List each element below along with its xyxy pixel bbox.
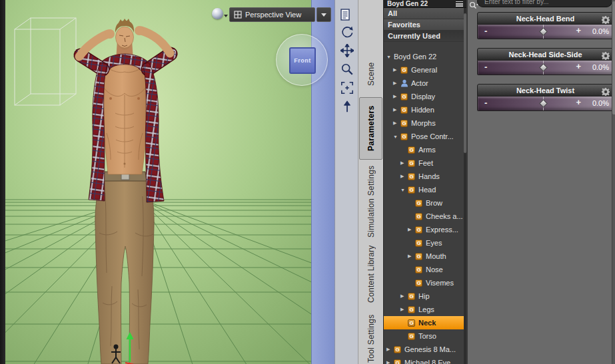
tree-node-express[interactable]: ▶GExpress... bbox=[384, 223, 466, 236]
expand-arrow-closed-icon[interactable]: ▶ bbox=[408, 227, 415, 232]
expand-arrow-closed-icon[interactable]: ▶ bbox=[386, 360, 394, 364]
filter-all[interactable]: All bbox=[384, 8, 466, 19]
tab-simulation-settings[interactable]: Simulation Settings bbox=[359, 164, 382, 240]
tree-node-label: Cheeks a... bbox=[426, 212, 463, 220]
sliders-scrollbar[interactable] bbox=[612, 0, 615, 364]
aim-up-tool-button[interactable] bbox=[339, 98, 354, 114]
tree-node-hip[interactable]: ▶GHip bbox=[384, 289, 466, 303]
slider-thumb[interactable] bbox=[539, 25, 548, 39]
tree-node-visemes[interactable]: GVisemes bbox=[384, 276, 466, 289]
expand-arrow-closed-icon[interactable]: ▶ bbox=[400, 160, 408, 166]
tree-node-legs[interactable]: ▶GLegs bbox=[384, 303, 466, 316]
viewport-canvas[interactable] bbox=[5, 0, 311, 364]
slider-thumb[interactable] bbox=[539, 61, 548, 75]
expand-arrow-closed-icon[interactable]: ▶ bbox=[408, 254, 415, 259]
expand-arrow-closed-icon[interactable]: ▶ bbox=[400, 293, 408, 299]
group-badge-icon: G bbox=[415, 266, 422, 273]
tree-node-arms[interactable]: GArms bbox=[384, 143, 466, 156]
group-badge-icon: G bbox=[415, 253, 422, 260]
group-badge-icon: G bbox=[400, 67, 408, 74]
camera-view-selector[interactable]: Perspective View bbox=[229, 7, 315, 22]
tree-node-label: Head bbox=[418, 186, 436, 194]
expand-arrow-closed-icon[interactable]: ▶ bbox=[393, 107, 400, 112]
filter-favorites[interactable]: Favorites bbox=[384, 19, 466, 31]
daz-studio-window: Front Perspective View bbox=[0, 0, 615, 364]
gear-icon[interactable] bbox=[602, 15, 610, 23]
slider-decrement-button[interactable]: - bbox=[484, 27, 487, 36]
slider-increment-button[interactable]: + bbox=[576, 26, 581, 35]
slider-increment-button[interactable]: + bbox=[576, 62, 581, 71]
expand-arrow-closed-icon[interactable]: ▶ bbox=[393, 81, 400, 86]
tree-node-label: Nose bbox=[426, 266, 443, 273]
tab-tool-settings[interactable]: Tool Settings bbox=[359, 309, 382, 364]
slider-thumb[interactable] bbox=[539, 96, 548, 110]
gear-icon[interactable] bbox=[602, 51, 610, 59]
expand-arrow-closed-icon[interactable]: ▶ bbox=[386, 347, 394, 352]
tree-node-label: Eyes bbox=[426, 239, 442, 247]
group-badge-icon: G bbox=[408, 319, 415, 327]
expand-arrow-open-icon[interactable]: ▼ bbox=[400, 188, 408, 192]
expand-arrow-closed-icon[interactable]: ▶ bbox=[400, 307, 408, 312]
zoom-tool-button[interactable] bbox=[339, 61, 354, 77]
tree-node-hands[interactable]: ▶GHands bbox=[384, 170, 466, 183]
tree-node-label: Actor bbox=[411, 79, 428, 87]
group-badge-icon: G bbox=[400, 93, 408, 100]
expand-arrow-closed-icon[interactable]: ▶ bbox=[400, 174, 408, 179]
slider-increment-button[interactable]: + bbox=[576, 98, 581, 107]
tree-node-label: Hands bbox=[418, 172, 440, 180]
slider-header: Neck-Head Side-Side bbox=[477, 48, 614, 61]
orbit-rotate-tool-button[interactable] bbox=[339, 24, 354, 39]
tab-parameters[interactable]: Parameters bbox=[359, 97, 382, 160]
tree-node-feet[interactable]: ▶GFeet bbox=[384, 156, 466, 170]
tree-node-neck[interactable]: GNeck bbox=[384, 316, 466, 329]
parameters-tree-panel: Boyd Gen 22 AllFavoritesCurrently Used ▼… bbox=[383, 0, 466, 364]
tab-content-library[interactable]: Content Library bbox=[359, 242, 382, 306]
pan-move-tool-button[interactable] bbox=[339, 43, 354, 58]
viewport[interactable] bbox=[5, 0, 311, 364]
tree-node-boyd-gen-22[interactable]: ▼Boyd Gen 22 bbox=[384, 50, 466, 63]
pane-options-icon[interactable] bbox=[338, 7, 352, 22]
tab-scene[interactable]: Scene bbox=[359, 55, 382, 93]
expand-arrow-open-icon[interactable]: ▼ bbox=[393, 134, 400, 139]
tree-node-torso[interactable]: GTorso bbox=[384, 329, 466, 343]
tree-node-morphs[interactable]: ▶GMorphs bbox=[384, 116, 466, 130]
tree-node-mouth[interactable]: ▶GMouth bbox=[384, 250, 466, 263]
tree-node-genesis-8-ma[interactable]: ▶GGenesis 8 Ma... bbox=[384, 343, 466, 356]
slider-decrement-button[interactable]: - bbox=[484, 63, 487, 72]
slider-group-neck-head-bend: Neck-Head Bend - + 0.0% bbox=[477, 12, 614, 39]
slider-thumb-diamond bbox=[539, 63, 548, 72]
tree-node-label: Brow bbox=[426, 199, 442, 207]
tree-node-general[interactable]: ▶GGeneral bbox=[384, 63, 466, 77]
menu-icon[interactable] bbox=[456, 1, 463, 7]
slider-decrement-button[interactable]: - bbox=[484, 98, 487, 108]
slider-track[interactable]: - + 0.0% bbox=[477, 61, 614, 75]
expand-arrow-open-icon[interactable]: ▼ bbox=[386, 55, 394, 59]
tree-node-michael-8-eye[interactable]: ▶GMichael 8 Eye... bbox=[384, 356, 466, 364]
group-badge-icon: G bbox=[408, 293, 415, 300]
tree-node-pose-contr[interactable]: ▼GPose Contr... bbox=[384, 130, 466, 143]
tree-node-eyes[interactable]: GEyes bbox=[384, 236, 466, 250]
expand-arrow-closed-icon[interactable]: ▶ bbox=[393, 94, 400, 99]
tree-node-hidden[interactable]: ▶GHidden bbox=[384, 103, 466, 116]
tree-node-head[interactable]: ▼GHead bbox=[384, 183, 466, 196]
tree-node-display[interactable]: ▶GDisplay bbox=[384, 90, 466, 103]
group-badge-icon: G bbox=[415, 240, 422, 247]
frame-view-tool-button[interactable] bbox=[339, 80, 354, 95]
camera-view-dropdown-button[interactable] bbox=[316, 7, 331, 22]
tree-node-nose[interactable]: GNose bbox=[384, 263, 466, 276]
view-cube-widget[interactable]: Front bbox=[276, 34, 328, 86]
view-cube-face[interactable]: Front bbox=[289, 47, 316, 74]
tree-node-label: Michael 8 Eye... bbox=[404, 359, 456, 364]
expand-arrow-closed-icon[interactable]: ▶ bbox=[393, 67, 400, 73]
tree-node-brow[interactable]: GBrow bbox=[384, 196, 466, 210]
expand-arrow-closed-icon[interactable]: ▶ bbox=[393, 120, 400, 126]
draw-style-sphere-icon[interactable] bbox=[212, 8, 223, 19]
gear-icon[interactable] bbox=[602, 87, 610, 94]
draw-style-caret-icon[interactable] bbox=[224, 15, 228, 17]
tree-node-actor[interactable]: ▶Actor bbox=[384, 77, 466, 90]
parameter-search-input[interactable]: Enter text to filter by... bbox=[477, 0, 612, 7]
slider-track[interactable]: - + 0.0% bbox=[477, 25, 614, 39]
slider-track[interactable]: - + 0.0% bbox=[477, 96, 614, 111]
tree-node-cheeks-a[interactable]: GCheeks a... bbox=[384, 210, 466, 223]
filter-currently-used[interactable]: Currently Used bbox=[384, 31, 466, 42]
